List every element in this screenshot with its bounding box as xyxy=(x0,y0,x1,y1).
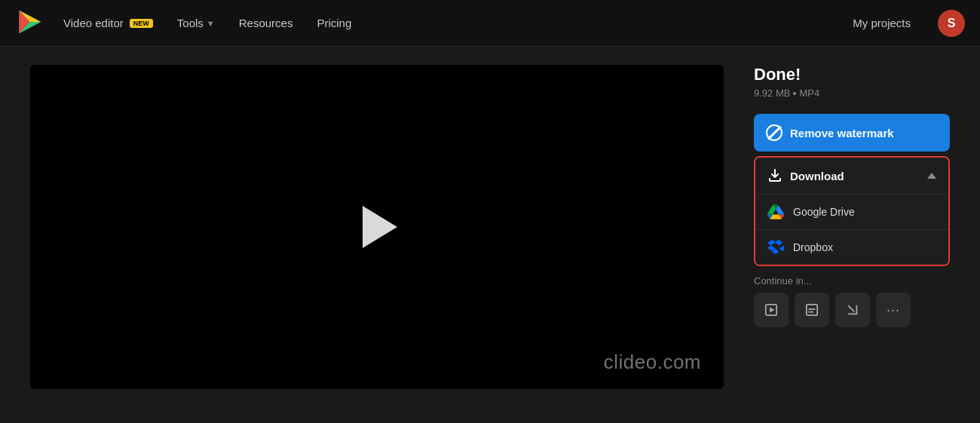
right-panel: Done! 9.92 MB MP4 Remove watermark Downl… xyxy=(754,65,950,327)
done-title: Done! xyxy=(754,65,950,84)
google-drive-icon xyxy=(767,204,784,220)
continue-more-btn[interactable]: ··· xyxy=(876,293,911,327)
logo[interactable] xyxy=(15,8,48,38)
nav-tools[interactable]: Tools ▼ xyxy=(168,12,224,34)
chevron-up-icon xyxy=(927,173,936,179)
continue-in-label: Continue in... xyxy=(754,275,950,287)
dropbox-option[interactable]: Dropbox xyxy=(755,229,948,265)
main-content: clideo.com Done! 9.92 MB MP4 Remove wate… xyxy=(0,47,980,423)
file-info: 9.92 MB MP4 xyxy=(754,87,950,99)
google-drive-option[interactable]: Google Drive xyxy=(755,195,948,229)
navbar: Video editor NEW Tools ▼ Resources Prici… xyxy=(0,0,980,47)
svg-marker-6 xyxy=(770,307,774,312)
nav-video-editor[interactable]: Video editor NEW xyxy=(54,12,162,34)
continue-crop-btn[interactable] xyxy=(835,293,870,327)
video-watermark: clideo.com xyxy=(604,351,701,374)
separator-dot xyxy=(793,92,796,95)
play-icon[interactable] xyxy=(363,206,397,248)
remove-watermark-button[interactable]: Remove watermark xyxy=(754,114,950,152)
nav-resources[interactable]: Resources xyxy=(230,12,302,34)
continue-caption-btn[interactable] xyxy=(795,293,829,327)
dropbox-icon xyxy=(767,239,784,256)
avatar[interactable]: S xyxy=(938,10,965,37)
download-button[interactable]: Download xyxy=(755,158,948,195)
continue-icons-row: ··· xyxy=(754,293,950,327)
continue-video-btn[interactable] xyxy=(754,293,789,327)
nav-my-projects[interactable]: My projects xyxy=(841,12,923,34)
nav-pricing[interactable]: Pricing xyxy=(308,12,360,34)
chevron-down-icon: ▼ xyxy=(207,19,215,28)
video-player[interactable]: clideo.com xyxy=(30,65,724,389)
no-symbol-icon xyxy=(766,124,782,141)
download-icon xyxy=(767,168,782,183)
download-dropdown: Download Google Drive xyxy=(754,156,950,266)
